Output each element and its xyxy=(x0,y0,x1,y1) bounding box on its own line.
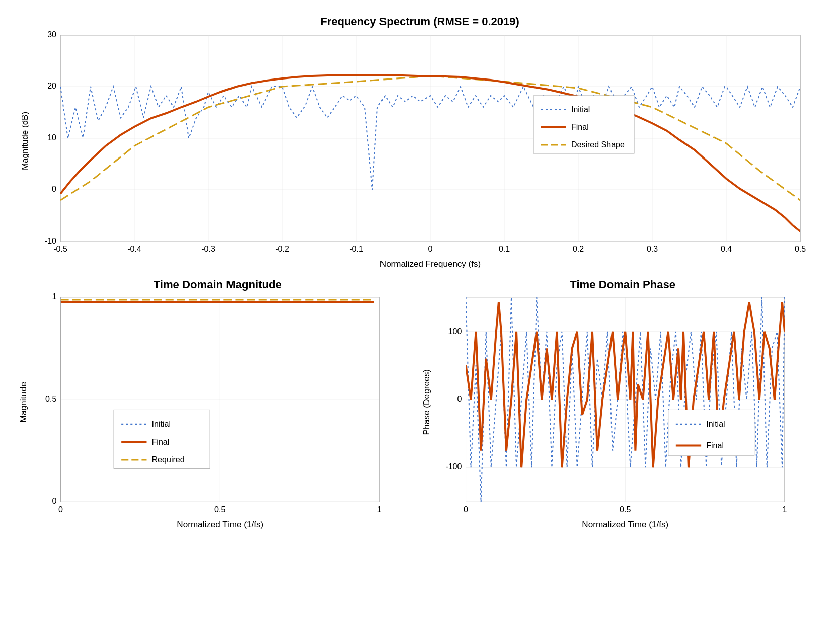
top-y-axis-title: Magnitude (dB) xyxy=(20,112,30,170)
bl-legend-final: Final xyxy=(152,437,170,446)
svg-text:0: 0 xyxy=(52,496,57,505)
br-y-title: Phase (Degrees) xyxy=(421,369,431,435)
svg-text:-100: -100 xyxy=(445,462,462,471)
svg-text:1: 1 xyxy=(782,505,787,514)
main-container: Frequency Spectrum (RMSE = 0.2019) xyxy=(0,0,840,630)
svg-text:100: 100 xyxy=(448,327,462,336)
svg-text:0: 0 xyxy=(428,245,433,253)
svg-text:0.5: 0.5 xyxy=(45,394,56,403)
bl-x-title: Normalized Time (1/fs) xyxy=(177,519,263,529)
svg-text:-0.3: -0.3 xyxy=(201,245,215,253)
top-chart: Frequency Spectrum (RMSE = 0.2019) xyxy=(15,10,825,272)
svg-text:-0.4: -0.4 xyxy=(127,245,141,253)
svg-text:0.5: 0.5 xyxy=(795,245,806,253)
br-legend-final: Final xyxy=(706,441,724,450)
top-x-axis-title: Normalized Frequency (fs) xyxy=(380,259,481,269)
svg-text:0.1: 0.1 xyxy=(499,245,510,253)
svg-text:0.3: 0.3 xyxy=(647,245,658,253)
svg-text:-0.5: -0.5 xyxy=(53,245,67,253)
y-label-20: 20 xyxy=(47,82,56,90)
svg-text:0.4: 0.4 xyxy=(721,245,732,253)
br-title: Time Domain Phase xyxy=(570,278,675,290)
svg-text:-0.1: -0.1 xyxy=(349,245,363,253)
y-label-neg10: -10 xyxy=(45,237,56,245)
svg-text:0.2: 0.2 xyxy=(573,245,584,253)
svg-text:1: 1 xyxy=(52,292,57,301)
bl-legend-initial: Initial xyxy=(152,419,171,428)
legend-initial-top: Initial xyxy=(571,105,590,114)
svg-text:-0.2: -0.2 xyxy=(275,245,289,253)
legend-final-top: Final xyxy=(571,123,589,131)
br-x-title: Normalized Time (1/fs) xyxy=(582,519,668,529)
bl-legend-required: Required xyxy=(152,455,185,464)
svg-text:0.5: 0.5 xyxy=(620,505,631,514)
svg-text:0.5: 0.5 xyxy=(214,505,225,514)
bl-title: Time Domain Magnitude xyxy=(154,278,282,290)
svg-text:1: 1 xyxy=(377,505,382,514)
svg-text:0: 0 xyxy=(457,394,462,403)
svg-text:0: 0 xyxy=(58,505,63,514)
y-label-0: 0 xyxy=(52,185,56,193)
br-legend-initial: Initial xyxy=(706,419,725,428)
bottom-left-chart: Time Domain Magnitude 1 0.5 0 xyxy=(15,272,420,584)
legend-desired-top: Desired Shape xyxy=(571,140,625,149)
svg-text:0: 0 xyxy=(464,505,468,514)
y-label-30: 30 xyxy=(47,30,56,39)
top-chart-title: Frequency Spectrum (RMSE = 0.2019) xyxy=(320,15,519,28)
bl-y-title: Magnitude xyxy=(18,382,28,423)
y-label-10: 10 xyxy=(47,133,56,142)
bottom-right-chart: Time Domain Phase xyxy=(420,272,825,584)
bottom-charts: Time Domain Magnitude 1 0.5 0 xyxy=(15,272,825,584)
